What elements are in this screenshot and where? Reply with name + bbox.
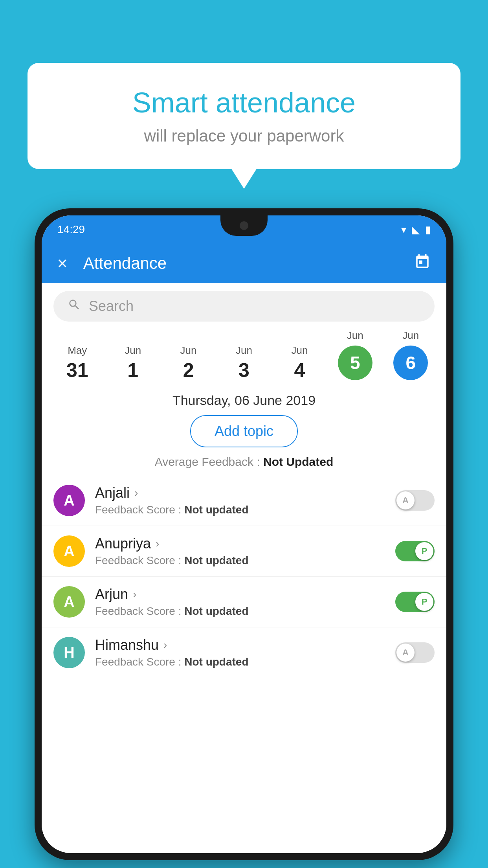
day-num-1: 1 [127, 360, 138, 380]
student-name: Arjun › [95, 586, 395, 603]
toggle-knob: A [396, 644, 415, 662]
chevron-right-icon: › [133, 588, 136, 601]
app-bar-title: Attendance [83, 254, 414, 273]
bubble-subtitle: will replace your paperwork [59, 127, 429, 145]
chevron-right-icon: › [156, 537, 159, 550]
day-num-5: 5 [350, 354, 360, 372]
day-num-0: 31 [66, 360, 88, 380]
student-info: Anupriya › Feedback Score : Not updated [95, 535, 395, 567]
feedback-avg-label: Average Feedback : [155, 455, 263, 468]
toggle-knob: P [415, 542, 433, 560]
app-bar: × Attendance [42, 244, 446, 283]
day-month-0: May [68, 344, 87, 357]
add-topic-button[interactable]: Add topic [190, 415, 298, 447]
average-feedback: Average Feedback : Not Updated [42, 455, 446, 475]
student-feedback: Feedback Score : Not updated [95, 656, 395, 668]
app-content: Search May 31 Jun 1 Jun 2 [42, 283, 446, 853]
selected-date: Thursday, 06 June 2019 [42, 386, 446, 415]
chevron-right-icon: › [163, 639, 167, 651]
status-time: 14:29 [57, 223, 85, 236]
notch [220, 215, 268, 236]
day-month-1: Jun [125, 344, 141, 357]
search-icon [68, 298, 81, 314]
day-num-4: 4 [294, 360, 305, 380]
calendar-day-3[interactable]: Jun 3 [216, 344, 272, 380]
student-info: Anjali › Feedback Score : Not updated [95, 485, 395, 516]
calendar-day-6[interactable]: Jun 6 [383, 329, 438, 380]
avatar: A [53, 586, 85, 618]
status-bar: 14:29 ▾ ◣ ▮ [42, 215, 446, 244]
day-circle-6: 6 [393, 346, 428, 380]
attendance-toggle[interactable]: P [395, 592, 435, 612]
day-month-3: Jun [236, 344, 252, 357]
avatar: A [53, 535, 85, 567]
phone-inner: 14:29 ▾ ◣ ▮ × Attendance [42, 215, 446, 853]
list-item[interactable]: A Anupriya › Feedback Score : Not update… [42, 526, 446, 577]
day-circle-5: 5 [338, 346, 372, 380]
attendance-toggle[interactable]: A [395, 642, 435, 663]
day-month-6: Jun [402, 329, 419, 342]
close-button[interactable]: × [57, 254, 68, 273]
wifi-icon: ▾ [401, 224, 406, 236]
chevron-right-icon: › [134, 487, 138, 499]
day-month-4: Jun [291, 344, 308, 357]
list-item[interactable]: A Arjun › Feedback Score : Not updated P [42, 577, 446, 627]
speech-bubble: Smart attendance will replace your paper… [28, 63, 460, 169]
battery-icon: ▮ [425, 224, 431, 236]
student-info: Arjun › Feedback Score : Not updated [95, 586, 395, 618]
student-feedback: Feedback Score : Not updated [95, 605, 395, 618]
student-feedback: Feedback Score : Not updated [95, 554, 395, 567]
student-name: Himanshu › [95, 637, 395, 653]
avatar: H [53, 637, 85, 668]
student-info: Himanshu › Feedback Score : Not updated [95, 637, 395, 668]
day-num-6: 6 [405, 354, 416, 372]
calendar-day-5[interactable]: Jun 5 [327, 329, 383, 380]
toggle-knob: A [396, 491, 415, 509]
notch-camera [240, 221, 248, 230]
calendar-day-1[interactable]: Jun 1 [105, 344, 160, 380]
search-placeholder: Search [89, 298, 134, 314]
student-feedback: Feedback Score : Not updated [95, 504, 395, 516]
day-num-2: 2 [183, 360, 194, 380]
speech-bubble-container: Smart attendance will replace your paper… [28, 63, 460, 169]
student-name: Anupriya › [95, 535, 395, 552]
avatar: A [53, 485, 85, 516]
attendance-toggle[interactable]: A [395, 490, 435, 511]
bubble-title: Smart attendance [59, 86, 429, 119]
day-num-3: 3 [238, 360, 250, 380]
signal-icon: ◣ [412, 224, 420, 236]
phone-frame: 14:29 ▾ ◣ ▮ × Attendance [35, 208, 453, 860]
list-item[interactable]: H Himanshu › Feedback Score : Not update… [42, 627, 446, 678]
feedback-avg-value: Not Updated [263, 455, 333, 468]
calendar-icon[interactable] [414, 254, 431, 274]
search-bar[interactable]: Search [53, 291, 435, 322]
day-month-5: Jun [347, 329, 363, 342]
calendar-day-2[interactable]: Jun 2 [161, 344, 216, 380]
list-item[interactable]: A Anjali › Feedback Score : Not updated … [42, 475, 446, 526]
day-month-2: Jun [180, 344, 197, 357]
calendar-day-0[interactable]: May 31 [50, 344, 105, 380]
calendar-day-4[interactable]: Jun 4 [272, 344, 327, 380]
toggle-knob: P [415, 593, 433, 611]
status-icons: ▾ ◣ ▮ [401, 224, 431, 236]
student-name: Anjali › [95, 485, 395, 501]
student-list: A Anjali › Feedback Score : Not updated … [42, 475, 446, 853]
calendar-row: May 31 Jun 1 Jun 2 Jun 3 [42, 329, 446, 386]
attendance-toggle[interactable]: P [395, 541, 435, 561]
